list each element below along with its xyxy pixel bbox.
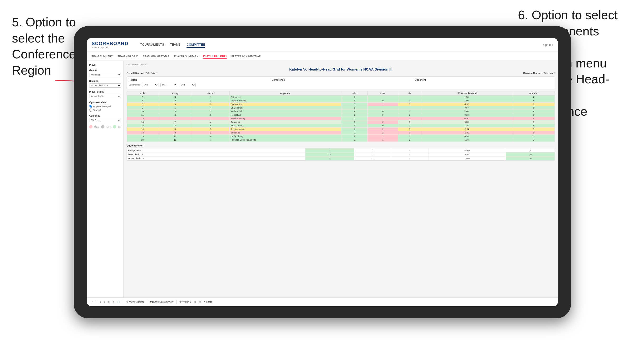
cell-opponent: Emily Chang — [230, 135, 342, 138]
cell-div: 13 — [127, 117, 158, 120]
header-right: Sign out — [543, 43, 553, 46]
cell-opponent: Eunice Yi — [230, 120, 342, 124]
division-select[interactable]: NCAA Division III NCAA Division I NCAA D… — [89, 83, 121, 88]
toolbar-icon1[interactable]: ⊞ — [194, 301, 196, 303]
subnav-team-h2h-grid[interactable]: TEAM H2H GRID — [118, 54, 138, 59]
subnav-team-summary[interactable]: TEAM SUMMARY — [92, 54, 113, 59]
radio-opponents-played[interactable]: Opponents Played — [89, 105, 121, 108]
cell-tie: 0 — [398, 128, 421, 131]
out-of-division-label: Out of division — [126, 144, 555, 147]
region-select[interactable]: (All) — [142, 83, 158, 87]
opponent-select[interactable]: (All) — [179, 83, 196, 87]
cell-conf: 2 — [192, 131, 230, 135]
save-custom-btn[interactable]: 💾 Save Custom View — [150, 301, 174, 303]
logo-area: SCOREBOARD Powered by clippd — [92, 41, 128, 49]
colour-by-select[interactable]: Win/Loss — [89, 118, 121, 122]
cell-win: 4 — [341, 135, 367, 138]
radio-top100[interactable]: Top 100 — [89, 109, 121, 112]
toolbar-back[interactable]: ⟨ — [100, 301, 101, 303]
out-of-division-table-container: Foreign Team 1 0 0 4.500 2 NAIA Division… — [126, 148, 555, 161]
cell-diff: 4.00 — [421, 110, 512, 113]
cell-reg: 1 — [158, 106, 192, 110]
app-header: SCOREBOARD Powered by clippd TOURNAMENTS… — [87, 38, 558, 52]
cell-loss: 1 — [368, 135, 398, 138]
color-dot-down — [89, 125, 92, 129]
player-rank-select[interactable]: 8. Katelyn Vo — [89, 94, 121, 98]
cell-diff: 4.00 — [421, 99, 512, 103]
th-diff: Diff Av Strokes/Rnd — [421, 91, 512, 95]
subnav-player-h2h-grid[interactable]: PLAYER H2H GRID — [203, 54, 227, 59]
view-original-btn[interactable]: 👁 View: Original — [126, 301, 144, 303]
region-label: Region — [129, 79, 267, 81]
nav-tournaments[interactable]: TOURNAMENTS — [140, 42, 164, 48]
cell-rounds: 2 — [512, 131, 554, 135]
sidebar-gender-label: Gender — [89, 69, 121, 72]
main-content: Player Gender Women's Men's Division NCA… — [87, 61, 558, 297]
cell-conf: 3 — [192, 103, 230, 106]
cell-conf: 5 — [192, 124, 230, 128]
toolbar-fwd[interactable]: ⟩ — [104, 301, 105, 303]
toolbar-paste[interactable]: ⊙ — [112, 301, 114, 303]
cell-reg: 1 — [158, 117, 192, 120]
overall-record: Overall Record: 353 - 34 - 6 — [126, 72, 157, 75]
cell-div: 5 — [127, 99, 158, 103]
cell-loss: 1 — [368, 138, 398, 142]
conference-label: Conference — [272, 79, 410, 81]
tablet-screen: SCOREBOARD Powered by clippd TOURNAMENTS… — [87, 38, 558, 306]
toolbar-clock[interactable]: 🕐 — [117, 301, 120, 303]
cell-tie — [398, 95, 421, 99]
opponent-label: Opponent — [415, 79, 553, 81]
table-row: 10 6 3 Andrea York 2 0 0 4.00 4 — [127, 110, 555, 113]
out-table-row: NCAA Division 2 5 0 0 7.400 10 — [127, 157, 555, 161]
table-row: 14 7 4 Eunice Yi 2 2 0 0.38 9 — [127, 120, 555, 124]
toolbar-divider-2 — [147, 300, 147, 304]
sidebar-colour-by-label: Colour by — [89, 115, 121, 117]
undo-btn[interactable]: ↩ — [91, 301, 92, 303]
th-div: # Div — [127, 91, 158, 95]
sidebar-player-section: Player — [89, 64, 121, 66]
cell-tie: 0 — [398, 113, 421, 117]
cell-diff: -1.00 — [421, 103, 512, 106]
out-cell-rounds: 2 — [506, 149, 555, 153]
redo-btn[interactable]: ↪ — [96, 301, 97, 303]
toolbar-icon2[interactable]: ⊟ — [199, 301, 200, 303]
sign-out-link[interactable]: Sign out — [543, 43, 553, 46]
nav-committee[interactable]: COMMITTEE — [186, 42, 205, 48]
out-cell-tie: 0 — [391, 149, 428, 153]
cell-conf: 4 — [192, 106, 230, 110]
sidebar-division-label: Division — [89, 80, 121, 82]
sidebar: Player Gender Women's Men's Division NCA… — [87, 61, 124, 297]
nav-teams[interactable]: TEAMS — [170, 42, 181, 48]
data-area: Last Updated: 27/03/2024 Katelyn Vo Head… — [124, 61, 558, 297]
share-btn[interactable]: ↗ Share — [204, 301, 212, 303]
color-dot-up — [113, 125, 116, 129]
cell-tie: 0 — [398, 120, 421, 124]
subnav-player-summary[interactable]: PLAYER SUMMARY — [174, 54, 198, 59]
cell-div: 16 — [127, 128, 158, 131]
out-cell-tie: 0 — [391, 153, 428, 157]
cell-win: 1 — [341, 124, 367, 128]
sidebar-player-rank-section: Player (Rank) 8. Katelyn Vo — [89, 90, 121, 98]
gender-select[interactable]: Women's Men's — [89, 73, 121, 77]
toolbar-copy[interactable]: ⊕ — [108, 301, 110, 303]
cell-reg: 7 — [158, 120, 192, 124]
cell-div: 15 — [127, 124, 158, 128]
watch-btn[interactable]: 👁 Watch ▾ — [180, 301, 191, 303]
subnav-team-h2h-heatmap[interactable]: TEAM H2H HEATMAP — [143, 54, 170, 59]
subnav-player-h2h-heatmap[interactable]: PLAYER H2H HEATMAP — [232, 54, 261, 59]
cell-reg: 3 — [158, 103, 192, 106]
cell-tie: 0 — [398, 135, 421, 138]
cell-loss: 2 — [368, 120, 398, 124]
cell-opponent: Federica Domecq Lacroze — [230, 138, 342, 142]
cell-rounds: 2 — [512, 117, 554, 120]
main-data-table: # Div # Reg # Conf Opponent Win Loss Tie… — [127, 91, 555, 142]
out-cell-loss: 0 — [354, 149, 391, 153]
cell-loss — [368, 106, 398, 110]
th-loss: Loss — [368, 91, 398, 95]
cell-win: 0 — [341, 103, 367, 106]
cell-win: 1 — [341, 99, 367, 103]
cell-reg: 2 — [158, 99, 192, 103]
conference-select[interactable]: (All) — [160, 83, 177, 87]
tablet-device: SCOREBOARD Powered by clippd TOURNAMENTS… — [74, 26, 571, 318]
cell-rounds: 9 — [512, 120, 554, 124]
